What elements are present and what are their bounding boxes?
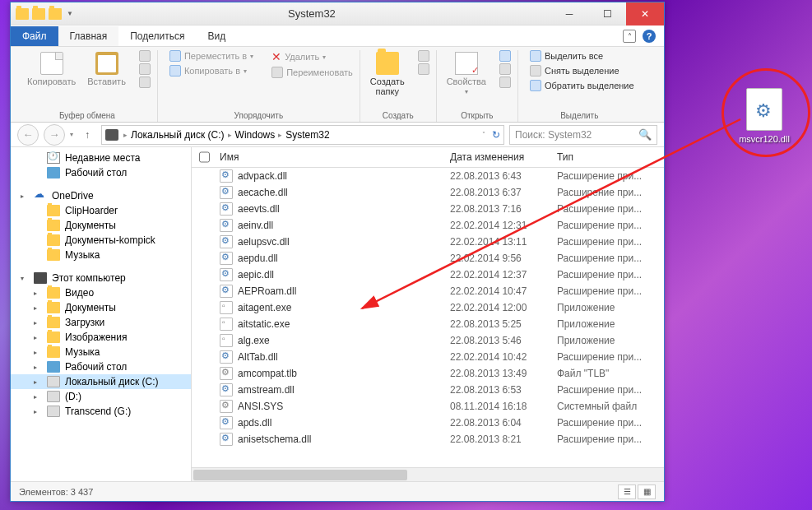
column-name[interactable]: Имя <box>216 151 450 163</box>
column-date[interactable]: Дата изменения <box>450 151 557 163</box>
paste-button[interactable]: Вставить <box>84 50 129 88</box>
tab-file[interactable]: Файл <box>11 26 58 46</box>
file-row[interactable]: AEPRoam.dll22.02.2014 10:47Расширение пр… <box>192 283 664 299</box>
file-type: Расширение при... <box>557 170 664 182</box>
sidebar-item-d-drive[interactable]: ▸(D:) <box>11 389 191 404</box>
details-view-button[interactable]: ☰ <box>618 484 636 499</box>
exe-icon <box>220 301 233 314</box>
sidebar-item-pictures[interactable]: ▸Изображения <box>11 330 191 345</box>
history-dropdown[interactable]: ▾ <box>70 131 73 138</box>
file-row[interactable]: aitagent.exe22.02.2014 12:00Приложение <box>192 299 664 316</box>
file-row[interactable]: aelupsvc.dll22.02.2014 13:11Расширение п… <box>192 234 664 250</box>
move-to-button[interactable]: Переместить в▾ <box>169 50 253 62</box>
navigation-pane[interactable]: Недавние места Рабочий стол ▸OneDrive Cl… <box>11 147 192 481</box>
breadcrumb-segment[interactable]: Локальный диск (C:) <box>131 129 225 141</box>
file-type: Приложение <box>557 318 664 330</box>
forward-button[interactable]: → <box>44 124 65 146</box>
copy-button[interactable]: Копировать <box>24 50 79 88</box>
chevron-down-icon[interactable]: ˅ <box>482 131 485 138</box>
up-button[interactable]: ↑ <box>78 126 96 144</box>
breadcrumb-segment[interactable]: Windows <box>235 129 276 141</box>
sidebar-item-videos[interactable]: ▸Видео <box>11 285 191 300</box>
file-row[interactable]: apds.dll22.08.2013 6:04Расширение при... <box>192 415 664 431</box>
file-row[interactable]: aeinv.dll22.02.2014 12:31Расширение при.… <box>192 217 664 234</box>
icons-view-button[interactable]: ▦ <box>638 484 656 499</box>
file-row[interactable]: amstream.dll22.08.2013 6:53Расширение пр… <box>192 382 664 398</box>
new-folder-button[interactable]: Создать папку <box>367 50 408 98</box>
file-row[interactable]: amcompat.tlb22.08.2013 13:49Файл "TLB" <box>192 365 664 382</box>
file-type: Расширение при... <box>557 269 664 280</box>
sidebar-item-documents[interactable]: Документы <box>11 218 191 233</box>
file-name: anisetschema.dll <box>238 434 311 445</box>
new-item-button[interactable] <box>418 50 429 62</box>
sidebar-item-downloads[interactable]: ▸Загрузки <box>11 315 191 330</box>
desktop-file-msvcr120[interactable]: msvcr120.dll <box>733 88 796 144</box>
sidebar-item-this-pc[interactable]: ▾Этот компьютер <box>11 271 191 285</box>
edit-button[interactable] <box>499 63 511 75</box>
sidebar-item-cliphoarder[interactable]: ClipHoarder <box>11 203 191 218</box>
collapse-ribbon-button[interactable]: ˄ <box>623 30 636 43</box>
sidebar-item-documents-kompick[interactable]: Документы-kompick <box>11 233 191 248</box>
breadcrumb-segment[interactable]: System32 <box>285 129 329 141</box>
sidebar-item-music[interactable]: Музыка <box>11 248 191 262</box>
file-row[interactable]: aitstatic.exe22.08.2013 5:25Приложение <box>192 316 664 332</box>
sidebar-item-music2[interactable]: ▸Музыка <box>11 345 191 359</box>
sidebar-item-desktop2[interactable]: ▸Рабочий стол <box>11 359 191 374</box>
quick-access-toolbar[interactable]: ▼ <box>16 8 73 20</box>
column-headers: Имя Дата изменения Тип <box>192 147 664 168</box>
sidebar-item-desktop[interactable]: Рабочий стол <box>11 165 191 180</box>
chevron-down-icon[interactable]: ▼ <box>67 10 73 17</box>
file-row[interactable]: aepic.dll22.02.2014 12:37Расширение при.… <box>192 267 664 283</box>
breadcrumb[interactable]: ▸ Локальный диск (C:) ▸ Windows ▸ System… <box>101 125 504 145</box>
file-type: Расширение при... <box>557 417 664 429</box>
rename-button[interactable]: Переименовать <box>271 67 353 78</box>
easy-access-button[interactable] <box>418 63 429 75</box>
file-row[interactable]: aeevts.dll22.08.2013 7:16Расширение при.… <box>192 201 664 217</box>
minimize-button[interactable]: ─ <box>550 2 588 26</box>
file-type: Расширение при... <box>557 187 664 198</box>
folder-icon <box>49 8 62 20</box>
file-row[interactable]: anisetschema.dll22.08.2013 8:21Расширени… <box>192 431 664 447</box>
computer-icon <box>34 272 47 284</box>
paste-shortcut-button[interactable] <box>139 76 151 88</box>
file-row[interactable]: aecache.dll22.08.2013 6:37Расширение при… <box>192 184 664 201</box>
help-button[interactable]: ? <box>643 30 656 43</box>
tab-home[interactable]: Главная <box>58 26 119 46</box>
file-row[interactable]: ANSI.SYS08.11.2014 16:18Системный файл <box>192 398 664 415</box>
column-type[interactable]: Тип <box>557 151 664 163</box>
sidebar-item-recent[interactable]: Недавние места <box>11 151 191 165</box>
file-list-body[interactable]: advpack.dll22.08.2013 6:43Расширение при… <box>192 168 664 467</box>
file-row[interactable]: alg.exe22.08.2013 5:46Приложение <box>192 332 664 349</box>
sidebar-item-c-drive[interactable]: ▸Локальный диск (C:) <box>11 374 191 389</box>
copy-to-button[interactable]: Копировать в▾ <box>169 65 253 76</box>
refresh-button[interactable]: ↻ <box>492 129 500 141</box>
file-row[interactable]: AltTab.dll22.02.2014 10:42Расширение при… <box>192 349 664 365</box>
close-button[interactable]: ✕ <box>626 2 664 26</box>
delete-button[interactable]: ✕Удалить▾ <box>271 50 353 63</box>
copy-path-button[interactable] <box>139 63 151 75</box>
select-none-button[interactable]: Снять выделение <box>530 65 634 76</box>
horizontal-scrollbar[interactable] <box>192 467 664 481</box>
tab-share[interactable]: Поделиться <box>118 26 196 46</box>
cut-button[interactable] <box>139 50 151 62</box>
file-date: 22.02.2014 12:00 <box>450 302 557 313</box>
open-button[interactable] <box>499 50 511 62</box>
back-button[interactable]: ← <box>17 124 39 146</box>
file-row[interactable]: advpack.dll22.08.2013 6:43Расширение при… <box>192 168 664 184</box>
maximize-button[interactable]: ☐ <box>588 2 626 26</box>
sidebar-item-documents2[interactable]: ▸Документы <box>11 300 191 315</box>
dll-icon <box>220 202 233 216</box>
file-row[interactable]: aepdu.dll22.02.2014 9:56Расширение при..… <box>192 250 664 267</box>
history-button[interactable] <box>499 76 511 88</box>
search-input[interactable]: Поиск: System32 🔍 <box>509 125 657 145</box>
file-name: alg.exe <box>238 335 270 346</box>
titlebar[interactable]: ▼ System32 ─ ☐ ✕ <box>11 2 664 26</box>
sidebar-item-onedrive[interactable]: ▸OneDrive <box>11 188 191 203</box>
tab-view[interactable]: Вид <box>196 26 237 46</box>
properties-button[interactable]: ✓ Свойства ▾ <box>443 50 490 97</box>
file-type: Приложение <box>557 335 664 346</box>
sidebar-item-transcend[interactable]: ▸Transcend (G:) <box>11 404 191 419</box>
invert-selection-button[interactable]: Обратить выделение <box>530 80 634 91</box>
select-all-checkbox[interactable] <box>199 151 210 163</box>
select-all-button[interactable]: Выделить все <box>530 50 634 62</box>
